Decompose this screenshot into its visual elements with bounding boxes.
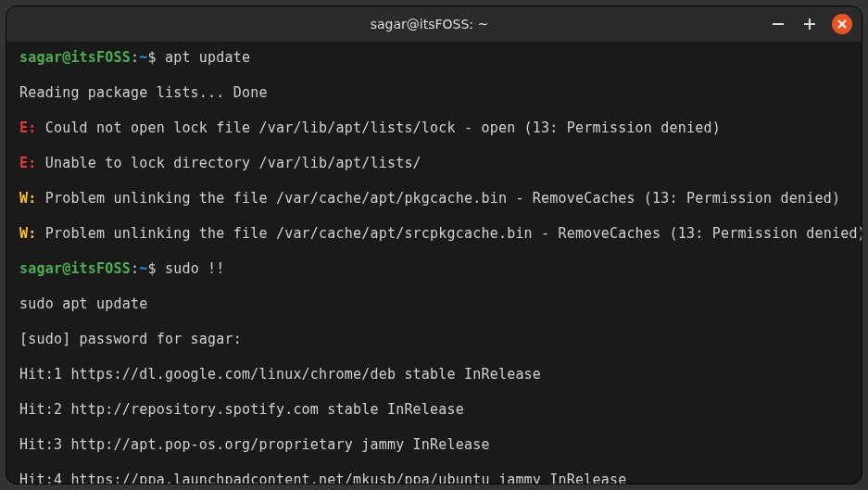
warning-line-2: W: Problem unlinking the file /var/cache…	[19, 225, 849, 243]
prompt-sep: :	[131, 49, 139, 66]
window-controls	[769, 14, 852, 34]
output-line: sudo apt update	[19, 295, 849, 313]
svg-rect-2	[804, 23, 815, 25]
plus-icon	[804, 19, 815, 30]
titlebar: sagar@itsFOSS: ~	[6, 6, 862, 42]
close-icon	[837, 19, 847, 29]
output-line: Hit:2 http://repository.spotify.com stab…	[19, 401, 849, 419]
svg-rect-0	[773, 23, 784, 25]
warning-line-1: W: Problem unlinking the file /var/cache…	[19, 190, 849, 207]
output-line: Hit:1 https://dl.google.com/linux/chrome…	[19, 366, 849, 383]
warning-prefix: W:	[19, 225, 36, 242]
minimize-button[interactable]	[769, 15, 787, 33]
command-text: apt update	[157, 49, 251, 66]
prompt-dollar: $	[147, 260, 156, 277]
prompt-user: sagar@itsFOSS	[19, 260, 131, 277]
warning-text: Problem unlinking the file /var/cache/ap…	[36, 225, 862, 242]
error-line-1: E: Could not open lock file /var/lib/apt…	[19, 119, 849, 137]
window-title: sagar@itsFOSS: ~	[90, 17, 769, 31]
prompt-line-2: sagar@itsFOSS:~$ sudo !!	[19, 260, 849, 278]
warning-text: Problem unlinking the file /var/cache/ap…	[36, 190, 840, 207]
prompt-sep: :	[131, 260, 139, 277]
output-line: Hit:4 https://ppa.launchpadcontent.net/m…	[19, 471, 849, 484]
error-prefix: E:	[19, 155, 36, 171]
prompt-user: sagar@itsFOSS	[19, 49, 131, 66]
warning-prefix: W:	[19, 190, 36, 207]
error-text: Unable to lock directory /var/lib/apt/li…	[36, 155, 421, 171]
prompt-dollar: $	[147, 49, 156, 66]
output-line: Hit:3 http://apt.pop-os.org/proprietary …	[19, 436, 849, 454]
new-tab-button[interactable]	[800, 15, 819, 33]
terminal-window: sagar@itsFOSS: ~ sagar@itsFOSS:~$ apt up…	[6, 6, 862, 484]
error-line-2: E: Unable to lock directory /var/lib/apt…	[19, 155, 849, 172]
minimize-icon	[773, 23, 784, 25]
command-text: sudo !!	[157, 260, 225, 277]
terminal-output[interactable]: sagar@itsFOSS:~$ apt update Reading pack…	[6, 42, 862, 484]
error-prefix: E:	[19, 119, 36, 136]
output-line: Reading package lists... Done	[19, 84, 849, 102]
error-text: Could not open lock file /var/lib/apt/li…	[36, 119, 720, 136]
close-button[interactable]	[832, 14, 852, 34]
prompt-line-1: sagar@itsFOSS:~$ apt update	[19, 49, 849, 67]
output-line: [sudo] password for sagar:	[19, 331, 849, 348]
